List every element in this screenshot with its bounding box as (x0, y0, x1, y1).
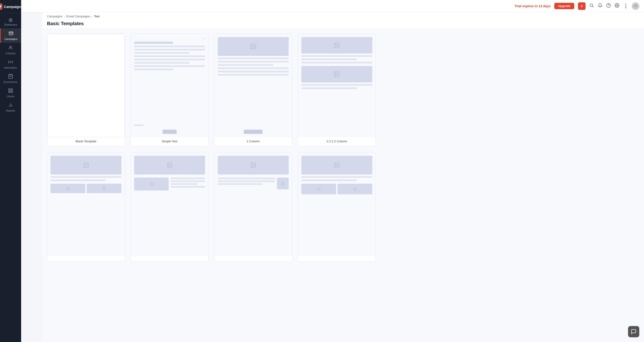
notifications-icon[interactable] (598, 3, 602, 9)
breadcrumb: Campaigns › Email Campaigns › Test (47, 14, 639, 18)
content-area: Blank Template ☆ (42, 29, 644, 266)
template-preview-simple-text: ☆ (131, 34, 208, 137)
sidebar-item-label: Campaigns (4, 38, 18, 40)
star-icon[interactable]: ☆ (370, 36, 373, 41)
prev-image (134, 156, 205, 174)
prev-line (134, 46, 205, 47)
svg-rect-6 (9, 91, 10, 92)
campaigns-icon (8, 31, 14, 37)
svg-point-27 (67, 188, 68, 188)
star-icon[interactable]: ☆ (286, 155, 290, 159)
library-icon (8, 88, 13, 94)
dashboard-icon: ⊞ (9, 18, 13, 22)
avatar[interactable] (632, 2, 639, 10)
more-icon[interactable]: ⋮ (623, 3, 628, 9)
prev-line (170, 186, 205, 188)
prev-line (301, 55, 372, 57)
prev-button (244, 130, 262, 134)
prev-image (50, 156, 122, 174)
chat-bubble[interactable] (628, 326, 639, 337)
template-card-6[interactable]: ☆ (130, 152, 208, 262)
template-name-7 (214, 256, 292, 262)
sidebar-item-reports[interactable]: Reports (0, 100, 21, 114)
add-button[interactable] (578, 2, 586, 10)
ecommerce-icon (8, 74, 13, 80)
prev-line (218, 64, 273, 66)
prev-img-sm-2 (338, 184, 372, 194)
star-icon[interactable]: ☆ (286, 36, 290, 41)
svg-point-43 (354, 188, 355, 188)
svg-point-37 (282, 183, 282, 183)
prev-img-sm-1 (301, 184, 336, 194)
template-card-7[interactable]: ☆ (214, 152, 292, 262)
template-preview-7: ☆ (214, 152, 292, 256)
svg-point-16 (616, 5, 618, 6)
sidebar-item-automation[interactable]: Automation (0, 57, 21, 72)
logo-icon: 📢 (0, 3, 2, 10)
svg-point-33 (150, 183, 151, 184)
prev-image (218, 156, 289, 174)
sidebar-item-label: Dashboard (4, 23, 17, 26)
svg-point-41 (318, 188, 318, 188)
sidebar-item-contacts[interactable]: Contacts (0, 43, 21, 57)
prev-row (50, 184, 122, 193)
sidebar-item-ecommerce[interactable]: Ecommerce (0, 72, 21, 86)
star-icon[interactable]: ☆ (119, 155, 122, 159)
prev-row (218, 178, 289, 189)
settings-icon[interactable] (615, 3, 619, 9)
svg-point-17 (635, 5, 636, 6)
svg-line-14 (592, 6, 594, 7)
prev-line (134, 59, 205, 60)
template-card-simple-text[interactable]: ☆ Simple Text (130, 34, 208, 146)
prev-img-sm (134, 178, 169, 190)
template-preview-6: ☆ (131, 152, 208, 256)
help-icon[interactable] (606, 3, 611, 9)
svg-point-29 (103, 188, 104, 188)
prev-col-1 (218, 178, 275, 189)
prev-line (301, 58, 357, 60)
template-name-8 (298, 256, 376, 262)
template-name-6 (131, 256, 208, 262)
template-card-5[interactable]: ☆ (47, 152, 125, 262)
star-icon[interactable]: ☆ (370, 155, 373, 159)
prev-line (134, 124, 144, 126)
app-logo[interactable]: 📢 Campaigns (0, 0, 21, 14)
prev-img-small-2 (87, 184, 122, 193)
prev-image-2 (301, 66, 372, 82)
sidebar-item-label: Ecommerce (4, 80, 18, 84)
template-preview-1col: ☆ (214, 34, 292, 137)
breadcrumb-campaigns[interactable]: Campaigns (47, 14, 62, 18)
svg-point-21 (336, 44, 336, 45)
template-grid: Blank Template ☆ (47, 34, 376, 262)
prev-line (50, 180, 106, 181)
template-card-8[interactable]: ☆ (298, 152, 376, 262)
prev-col-2 (170, 178, 205, 190)
prev-row (134, 178, 205, 190)
sidebar: 📢 Campaigns ⊞ Dashboard Campaigns Contac… (0, 0, 21, 342)
template-card-1col[interactable]: ☆ 1 Column (214, 34, 292, 146)
sidebar-item-dashboard[interactable]: ⊞ Dashboard (0, 15, 21, 28)
app-name: Campaigns (4, 5, 23, 9)
prev-img-small-1 (50, 184, 85, 193)
svg-rect-4 (9, 89, 10, 90)
template-card-blank[interactable]: Blank Template (47, 34, 125, 146)
star-icon[interactable]: ☆ (203, 155, 206, 159)
template-card-mixed-col[interactable]: ☆ 1:2:1:2 Column (298, 34, 376, 146)
upgrade-button[interactable]: Upgrade (554, 3, 574, 9)
star-icon[interactable]: ☆ (203, 36, 206, 41)
sidebar-item-campaigns[interactable]: Campaigns (0, 28, 21, 43)
svg-rect-5 (11, 89, 12, 90)
sidebar-item-label: Contacts (6, 52, 16, 55)
template-name-5 (47, 256, 125, 262)
prev-button (162, 130, 176, 134)
template-preview-8: ☆ (298, 152, 376, 256)
breadcrumb-email-campaigns[interactable]: Email Campaigns (66, 14, 90, 18)
prev-image (301, 156, 372, 174)
prev-line (134, 62, 190, 64)
sidebar-item-library[interactable]: Library (0, 86, 21, 100)
svg-point-19 (252, 45, 253, 46)
sidebar-item-label: Library (6, 95, 14, 98)
search-icon[interactable] (589, 3, 594, 9)
contacts-icon (8, 45, 13, 51)
prev-line (218, 183, 262, 185)
